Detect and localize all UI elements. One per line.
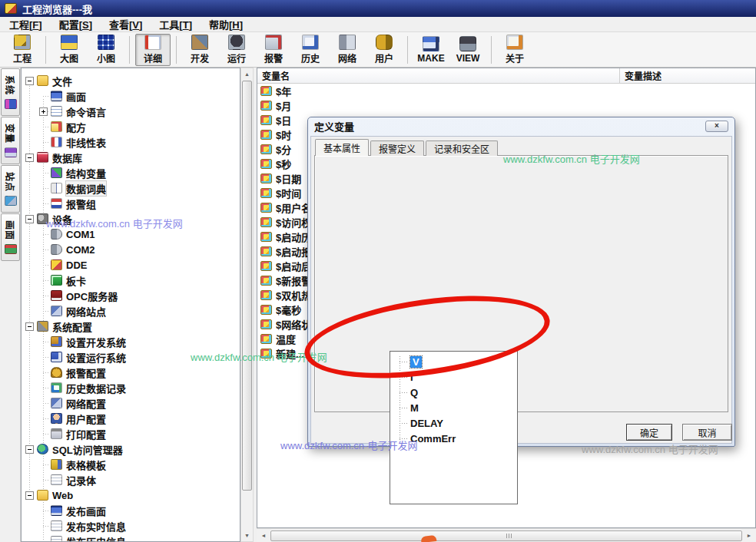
tree-node[interactable]: COM2 bbox=[22, 242, 240, 257]
variable-icon bbox=[260, 290, 272, 300]
tree-node[interactable]: 报警组 bbox=[22, 196, 240, 211]
tree-node[interactable]: 画面 bbox=[22, 88, 240, 104]
side-tab-stations[interactable]: 站点 bbox=[1, 165, 20, 213]
expand-icon[interactable] bbox=[39, 107, 48, 116]
side-tab-system[interactable]: 系统 bbox=[1, 68, 20, 116]
tree-node[interactable]: 非线性表 bbox=[22, 134, 240, 150]
cancel-button[interactable]: 取消 bbox=[682, 424, 732, 441]
tab-record-security[interactable]: 记录和安全区 bbox=[426, 140, 498, 156]
menu-config[interactable]: 配置[S] bbox=[59, 17, 92, 31]
scroll-left-icon[interactable]: ◄ bbox=[258, 533, 269, 538]
register-option[interactable]: Q bbox=[390, 385, 517, 400]
menu-tools[interactable]: 工具[T] bbox=[159, 17, 192, 31]
struct-variable-icon bbox=[51, 167, 62, 178]
toolbar-small-icons-button[interactable]: 小图 bbox=[88, 34, 124, 66]
menu-project[interactable]: 工程[F] bbox=[9, 17, 42, 31]
toolbar-make-button[interactable]: MAKE bbox=[413, 34, 449, 66]
toolbar-alarm-button[interactable]: 报警 bbox=[256, 34, 291, 66]
scroll-right-icon[interactable]: ► bbox=[744, 533, 754, 538]
tree-node[interactable]: Web bbox=[22, 487, 240, 503]
scroll-down-icon[interactable]: ▼ bbox=[241, 530, 253, 541]
variable-icon bbox=[260, 261, 272, 271]
toolbar-run-button[interactable]: 运行 bbox=[219, 34, 254, 66]
toolbar-about-button[interactable]: 关于 bbox=[497, 34, 532, 66]
ok-button[interactable]: 确定 bbox=[626, 424, 672, 441]
tree-node[interactable]: 命令语言 bbox=[22, 104, 240, 119]
tree-scrollbar-thumb[interactable] bbox=[242, 81, 252, 491]
tree-node[interactable]: 报警配置 bbox=[22, 365, 240, 380]
collapse-icon[interactable] bbox=[25, 215, 34, 223]
register-option[interactable]: I bbox=[390, 369, 517, 385]
system-config-icon bbox=[37, 321, 48, 332]
tree-node[interactable]: 数据库 bbox=[22, 150, 240, 165]
tree-node[interactable]: 发布画面 bbox=[22, 503, 240, 518]
list-item[interactable]: $年 bbox=[257, 84, 755, 98]
horizontal-scrollbar[interactable]: ◄ ► bbox=[257, 528, 756, 542]
tab-basic-properties[interactable]: 基本属性 bbox=[315, 139, 369, 156]
register-option[interactable]: DELAY bbox=[390, 415, 517, 431]
tree-node[interactable]: 用户配置 bbox=[22, 411, 240, 426]
variable-icon bbox=[260, 188, 272, 198]
tree-node-selected[interactable]: 数据词典 bbox=[22, 180, 240, 196]
close-icon[interactable]: × bbox=[705, 121, 728, 132]
tree-node[interactable]: 系统配置 bbox=[22, 319, 240, 334]
list-item[interactable]: $月 bbox=[257, 98, 755, 113]
tab-alarm-definition[interactable]: 报警定义 bbox=[370, 140, 424, 156]
variable-icon bbox=[260, 174, 272, 183]
window-title: 工程浏览器---我 bbox=[22, 2, 92, 16]
tree-node[interactable]: 发布实时信息 bbox=[22, 518, 240, 534]
stations-tab-icon bbox=[5, 196, 17, 206]
folder-icon bbox=[37, 75, 48, 86]
tree-node[interactable]: 设置运行系统 bbox=[22, 349, 240, 365]
collapse-icon[interactable] bbox=[25, 154, 34, 162]
toolbar-develop-button[interactable]: 开发 bbox=[182, 34, 217, 66]
side-tab-variables[interactable]: 变量 bbox=[1, 117, 20, 164]
web-folder-icon bbox=[37, 490, 48, 501]
tree-node[interactable]: 网络站点 bbox=[22, 303, 240, 319]
tree-node[interactable]: 配方 bbox=[22, 119, 240, 134]
menu-view[interactable]: 查看[V] bbox=[109, 17, 142, 31]
toolbar-details-button[interactable]: 详细 bbox=[135, 34, 171, 66]
alarm-group-icon bbox=[51, 198, 62, 209]
tree-node[interactable]: 打印配置 bbox=[22, 426, 240, 441]
tree-node[interactable]: 历史数据记录 bbox=[22, 380, 240, 395]
tree-node[interactable]: 板卡 bbox=[22, 273, 240, 288]
menu-help[interactable]: 帮助[H] bbox=[209, 17, 243, 31]
register-option[interactable]: CommErr bbox=[390, 431, 517, 446]
tree-node[interactable]: DDE bbox=[22, 257, 240, 273]
column-variable-name[interactable]: 变量名 bbox=[257, 68, 620, 83]
collapse-icon[interactable] bbox=[25, 322, 34, 331]
toolbar-network-button[interactable]: 网络 bbox=[330, 34, 365, 66]
tree-node[interactable]: 文件 bbox=[22, 73, 240, 88]
tree-node[interactable]: SQL访问管理器 bbox=[22, 441, 240, 457]
register-option[interactable]: M bbox=[390, 400, 517, 415]
title-bar: 工程浏览器---我 bbox=[0, 0, 756, 17]
collapse-icon[interactable] bbox=[25, 445, 34, 454]
screens-tab-icon bbox=[5, 244, 17, 254]
column-variable-desc[interactable]: 变量描述 bbox=[620, 68, 755, 83]
toolbar-history-button[interactable]: 历史 bbox=[293, 34, 328, 66]
horizontal-scrollbar-thumb[interactable] bbox=[270, 530, 742, 541]
tree-node[interactable]: 网络配置 bbox=[22, 395, 240, 411]
tree-node[interactable]: 设置开发系统 bbox=[22, 334, 240, 349]
scroll-up-icon[interactable]: ▲ bbox=[241, 68, 253, 80]
collapse-icon[interactable] bbox=[25, 77, 34, 85]
tree-scrollbar[interactable]: ▲ ▼ bbox=[240, 68, 254, 542]
register-option[interactable]: V bbox=[390, 354, 517, 369]
tree-node[interactable]: 结构变量 bbox=[22, 165, 240, 180]
tree-node[interactable]: OPC服务器 bbox=[22, 288, 240, 303]
toolbar-project-button[interactable]: 工程 bbox=[5, 34, 40, 66]
tree-node[interactable]: 表格模板 bbox=[22, 457, 240, 472]
tree-node[interactable]: 设备 bbox=[22, 211, 240, 226]
network-icon bbox=[339, 35, 356, 50]
tree-node[interactable]: 发布历史信息 bbox=[22, 534, 240, 542]
tree-node[interactable]: COM1 bbox=[22, 226, 240, 242]
toolbar-large-icons-button[interactable]: 大图 bbox=[51, 34, 87, 66]
toolbar-user-button[interactable]: 用户 bbox=[366, 34, 402, 66]
collapse-icon[interactable] bbox=[25, 491, 34, 500]
dialog-title-bar[interactable]: 定义变量 × bbox=[308, 117, 734, 134]
side-tab-screens[interactable]: 画面 bbox=[1, 213, 20, 261]
tree-node[interactable]: 记录体 bbox=[22, 472, 240, 487]
dialog-body: 基本属性 报警定义 记录和安全区 变量名: 温度 变量类型: I/O实数▼ 描述… bbox=[310, 136, 732, 444]
toolbar-view-button[interactable]: VIEW bbox=[450, 34, 486, 66]
